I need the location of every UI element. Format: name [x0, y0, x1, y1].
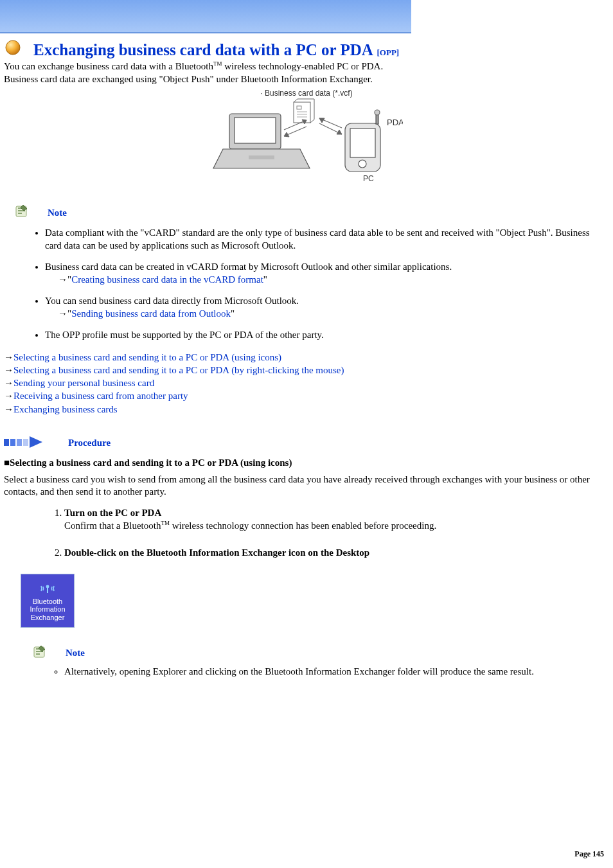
note-header: Note	[14, 204, 613, 222]
note-link-prefix: →"	[58, 308, 71, 319]
step-title: Turn on the PC or PDA	[64, 508, 161, 518]
svg-rect-4	[249, 155, 274, 159]
section-heading: ■Selecting a business card and sending i…	[4, 457, 613, 468]
title-row: Exchanging business card data with a PC …	[4, 39, 613, 59]
note-label: Note	[48, 208, 67, 218]
sub-note-item: Alternatively, opening Explorer and clic…	[64, 666, 607, 677]
note-item-text: Data compliant with the "vCARD" standard…	[45, 227, 590, 251]
nav-link[interactable]: Receiving a business card from another p…	[13, 391, 188, 401]
intro-line1-pre: You can exchange business card data with…	[4, 61, 213, 71]
note-item-text: You can send business card data directly…	[45, 296, 299, 306]
nav-link[interactable]: Selecting a business card and sending it…	[13, 365, 344, 375]
intro-line2: Business card data are exchanged using "…	[4, 74, 373, 84]
svg-rect-15	[350, 128, 375, 157]
page-title: Exchanging business card data with a PC …	[33, 41, 399, 59]
note-item: Data compliant with the "vCARD" standard…	[45, 227, 607, 252]
note-list: Data compliant with the "vCARD" standard…	[26, 227, 613, 342]
note-link-suffix: "	[263, 274, 267, 285]
procedure-label: Procedure	[68, 438, 111, 448]
diagram-pda-label: PDA	[387, 118, 403, 127]
note-item: Business card data can be created in vCA…	[45, 261, 607, 286]
step-body-post: wireless technology connection has been …	[170, 520, 436, 531]
step-body-pre: Confirm that a Bluetooth	[64, 520, 161, 531]
nav-links: →Selecting a business card and sending i…	[4, 351, 613, 416]
bie-label-2: Information	[30, 605, 65, 614]
intro-tm: TM	[213, 60, 222, 67]
note-item: The OPP profile must be supported by the…	[45, 329, 607, 342]
intro-line1-post: wireless technology-enabled PC or PDA.	[222, 61, 383, 71]
bullet-icon	[4, 39, 22, 59]
section-heading-text: Selecting a business card and sending it…	[10, 457, 292, 468]
note-item: You can send business card data directly…	[45, 295, 607, 320]
bie-label-3: Exchanger	[31, 614, 65, 622]
sub-note-list: Alternatively, opening Explorer and clic…	[45, 666, 613, 677]
diagram-pc-label: PC	[363, 174, 374, 183]
svg-rect-2	[235, 118, 276, 143]
sub-note-header: Note	[32, 644, 613, 662]
header-banner	[0, 0, 411, 33]
nav-link[interactable]: Sending your personal business card	[13, 378, 154, 388]
bie-label-1: Bluetooth	[33, 598, 62, 606]
nav-link[interactable]: Exchanging business cards	[13, 404, 118, 414]
bluetooth-information-exchanger-icon[interactable]: Bluetooth Information Exchanger	[21, 574, 75, 628]
page-title-suffix: [OPP]	[377, 48, 400, 57]
svg-rect-21	[10, 439, 15, 446]
svg-point-18	[375, 110, 380, 115]
note-link[interactable]: Sending business card data from Outlook	[71, 308, 231, 319]
procedure-icon	[4, 435, 42, 452]
note-link-suffix: "	[231, 308, 235, 319]
procedure-header: Procedure	[4, 435, 613, 452]
nav-link[interactable]: Selecting a business card and sending it…	[13, 352, 281, 362]
svg-rect-20	[4, 439, 9, 446]
svg-point-0	[6, 40, 20, 55]
section-intro: Select a business card you wish to send …	[4, 474, 609, 499]
vcf-exchange-diagram: · Business card data (*.vcf) PDA PC	[210, 88, 403, 184]
page-title-text: Exchanging business card data with a PC …	[33, 41, 373, 58]
note-item-text: The OPP profile must be supported by the…	[45, 330, 324, 340]
svg-rect-22	[17, 439, 22, 446]
note-icon	[32, 644, 48, 662]
note-item-text: Business card data can be created in vCA…	[45, 261, 452, 272]
note-link-prefix: →"	[58, 274, 71, 285]
procedure-steps: Turn on the PC or PDA Confirm that a Blu…	[45, 506, 613, 560]
sub-note-label: Note	[66, 648, 85, 659]
note-icon	[14, 204, 30, 222]
svg-rect-26	[47, 587, 48, 593]
step-tm: TM	[161, 520, 170, 526]
svg-rect-23	[23, 439, 28, 446]
note-link[interactable]: Creating business card data in the vCARD…	[71, 274, 263, 285]
svg-point-16	[359, 160, 366, 168]
intro-text: You can exchange business card data with…	[4, 60, 609, 85]
svg-marker-24	[30, 436, 42, 448]
step: Turn on the PC or PDA Confirm that a Blu…	[64, 506, 607, 533]
step-title: Double-click on the Bluetooth Informatio…	[64, 547, 369, 558]
step: Double-click on the Bluetooth Informatio…	[64, 546, 607, 559]
diagram-caption: · Business card data (*.vcf)	[260, 89, 352, 98]
wireless-icon	[39, 580, 57, 598]
